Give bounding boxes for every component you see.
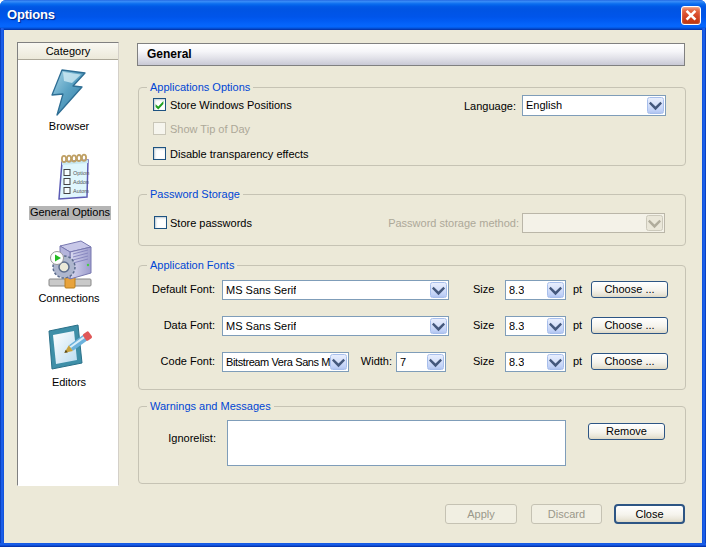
svg-text:Autom: Autom [73,188,89,194]
svg-text:Addon: Addon [73,179,89,185]
svg-text:Option: Option [73,170,89,176]
